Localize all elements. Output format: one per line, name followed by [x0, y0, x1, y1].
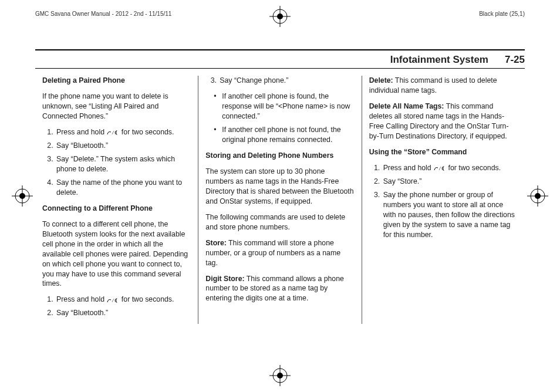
list-item: Say the phone number or group of numbers… — [382, 190, 518, 240]
list-item: Say “Change phone.” — [218, 76, 354, 86]
column-1: Deleting a Paired Phone If the phone nam… — [35, 76, 198, 324]
list-item: Press and hold / for two seconds. — [382, 163, 518, 173]
list-item: Say “Bluetooth.” — [55, 141, 191, 151]
header-rule — [35, 49, 525, 50]
body-text: The following commands are used to delet… — [205, 212, 354, 232]
svg-point-11 — [19, 193, 25, 199]
svg-point-15 — [535, 193, 541, 199]
list-item: Say the name of the phone you want to de… — [55, 178, 191, 198]
svg-point-3 — [277, 13, 283, 19]
definition: Store: This command will store a phone n… — [205, 238, 354, 268]
term-delete: Delete: — [369, 76, 393, 85]
definition: Delete All Name Tags: This command delet… — [369, 102, 518, 141]
svg-text:/: / — [112, 298, 114, 303]
svg-text:/: / — [438, 165, 441, 171]
phone-voice-icon: / — [106, 128, 119, 136]
heading-using-store: Using the “Store” Command — [369, 147, 518, 157]
list-item: Say “Delete.” The system asks which phon… — [55, 154, 191, 174]
heading-deleting-paired: Deleting a Paired Phone — [42, 76, 191, 86]
list-item: Say “Bluetooth.” — [55, 308, 191, 318]
page-number: 7-25 — [505, 54, 525, 66]
term-digit-store: Digit Store: — [205, 275, 244, 283]
crop-mark-bottom-icon — [269, 365, 291, 386]
thin-rule — [35, 68, 525, 69]
heading-storing-deleting: Storing and Deleting Phone Numbers — [205, 151, 354, 161]
list-item: If another cell phone is not found, the … — [222, 125, 354, 145]
step-text: for two seconds. — [446, 164, 501, 172]
list-item: Press and hold / for two seconds. — [55, 127, 191, 137]
crop-mark-top-icon — [269, 6, 291, 27]
svg-point-7 — [277, 373, 283, 379]
svg-text:/: / — [112, 130, 114, 136]
column-2: Say “Change phone.” If another cell phon… — [198, 76, 361, 324]
step-text: Press and hold — [383, 164, 433, 172]
column-3: Delete: This command is used to delete i… — [362, 76, 525, 324]
list-item: If another cell phone is found, the resp… — [222, 92, 354, 121]
crop-mark-left-icon — [12, 185, 33, 207]
step-text: for two seconds. — [119, 128, 174, 136]
body-text: To connect to a different cell phone, th… — [42, 219, 191, 289]
list-item: Press and hold / for two seconds. — [55, 295, 191, 305]
header-left: GMC Savana Owner Manual - 2012 - 2nd - 1… — [35, 11, 171, 17]
header-right: Black plate (25,1) — [479, 11, 525, 17]
definition: Delete: This command is used to delete i… — [369, 76, 518, 96]
term-delete-all: Delete All Name Tags: — [369, 102, 444, 110]
heading-connecting: Connecting to a Different Phone — [42, 204, 191, 214]
phone-voice-icon: / — [433, 164, 446, 172]
definition: Digit Store: This command allows a phone… — [205, 274, 354, 304]
phone-voice-icon: / — [106, 295, 119, 303]
crop-mark-right-icon — [527, 185, 548, 207]
section-title: Infotainment System — [390, 54, 488, 66]
step-text: for two seconds. — [119, 295, 174, 303]
term-store: Store: — [205, 239, 227, 247]
step-text: Press and hold — [56, 128, 106, 136]
step-text: Press and hold — [56, 295, 106, 303]
list-item: Say “Store.” — [382, 177, 518, 187]
body-text: If the phone name you want to delete is … — [42, 92, 191, 121]
body-text: The system can store up to 30 phone numb… — [205, 167, 354, 207]
